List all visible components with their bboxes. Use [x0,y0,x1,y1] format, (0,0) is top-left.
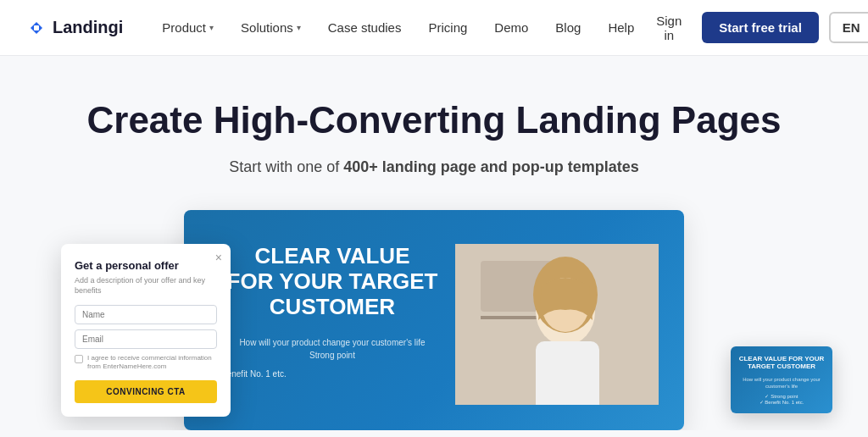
signin-button[interactable]: Sign in [646,7,692,49]
mobile-body-text: How will your product change your custom… [737,376,826,390]
popup-name-input[interactable] [75,305,217,324]
nav-item-demo[interactable]: Demo [482,14,540,41]
mobile-headline: CLEAR VALUE FOR YOUR TARGET CUSTOMER [737,355,826,371]
popup-consent-checkbox[interactable] [75,355,83,363]
popup-title-bold: personal [105,259,151,272]
popup-card: × Get a personal offer Add a description… [61,244,231,417]
popup-title-suffix: offer [151,259,179,272]
popup-consent-row: I agree to receive commercial informatio… [75,354,217,372]
preview-headline: CLEAR VALUE FOR YOUR TARGET CUSTOMER [209,244,455,320]
nav-right: Sign in Start free trial EN [646,7,868,49]
popup-consent-label: I agree to receive commercial informatio… [87,354,217,372]
nav-links: Product ▾ Solutions ▾ Case studies Prici… [150,14,646,41]
preview-headline-line1: CLEAR VALUE [255,243,410,268]
preview-headline-line2: FOR YOUR TARGET [227,268,438,294]
brand-icon [27,19,46,37]
subtitle-prefix: Start with one of [229,158,343,175]
hero-subtitle: Start with one of 400+ landing page and … [17,158,851,176]
mobile-benefit2: ✓ Benefit No. 1 etc. [737,399,826,405]
preview-photo [455,244,659,405]
nav-item-case-studies[interactable]: Case studies [316,14,414,41]
nav-item-solutions[interactable]: Solutions ▾ [229,14,313,41]
preview-container: × Get a personal offer Add a description… [112,210,756,430]
popup-cta-button[interactable]: CONVINCING CTA [75,380,217,403]
hero-title: Create High-Converting Landing Pages [17,98,851,143]
nav-item-product[interactable]: Product ▾ [150,14,225,41]
popup-title-prefix: Get a [75,259,105,272]
mobile-benefit1: ✓ Strong point [737,393,826,399]
brand-name: Landingi [53,18,123,37]
start-trial-button[interactable]: Start free trial [702,12,819,43]
preview-text-col: CLEAR VALUE FOR YOUR TARGET CUSTOMER How… [209,244,455,405]
nav-item-pricing[interactable]: Pricing [416,14,479,41]
popup-title: Get a personal offer [75,259,217,272]
mobile-preview-blue: CLEAR VALUE FOR YOUR TARGET CUSTOMER How… [731,346,832,413]
svg-rect-0 [34,25,39,30]
nav-item-blog[interactable]: Blog [543,14,593,41]
preview-body-text: How will your product change your custom… [209,336,455,362]
preview-benefit: ✓ Benefit No. 1 etc. [209,368,455,379]
preview-blue-section: CLEAR VALUE FOR YOUR TARGET CUSTOMER How… [184,210,684,430]
chevron-down-icon: ▾ [209,23,214,32]
popup-description: Add a description of your offer and key … [75,275,217,296]
popup-email-input[interactable] [75,329,217,349]
nav-item-help[interactable]: Help [596,14,646,41]
brand-logo-link[interactable]: Landingi [27,18,123,37]
hero-section: Create High-Converting Landing Pages Sta… [0,56,868,430]
preview-photo-svg [455,244,659,405]
language-selector[interactable]: EN [829,12,868,43]
preview-headline-line3: CUSTOMER [270,294,395,319]
mobile-preview: CLEAR VALUE FOR YOUR TARGET CUSTOMER How… [731,346,832,413]
chevron-down-icon: ▾ [297,23,301,32]
popup-close-button[interactable]: × [215,251,222,264]
navbar: Landingi Product ▾ Solutions ▾ Case stud… [0,0,868,56]
svg-rect-5 [536,341,599,405]
main-preview: CLEAR VALUE FOR YOUR TARGET CUSTOMER How… [184,210,684,430]
subtitle-highlight: 400+ landing page and pop-up templates [343,158,639,175]
